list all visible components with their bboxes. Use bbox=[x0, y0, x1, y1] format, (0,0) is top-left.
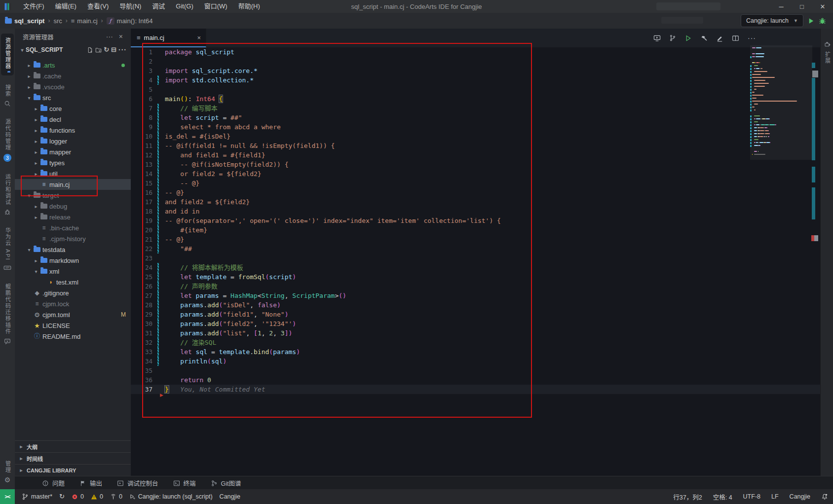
tree-item-test.xml[interactable]: ◗test.xml bbox=[15, 277, 131, 288]
git-branch-icon[interactable] bbox=[669, 35, 676, 41]
status-UTF-8[interactable]: UTF-8 bbox=[743, 493, 760, 500]
new-file-icon[interactable] bbox=[87, 47, 93, 53]
activity-item-华为云 API[interactable]: 华为云 APIAPI bbox=[1, 223, 14, 275]
breadcrumb-item[interactable]: main.cj bbox=[77, 17, 97, 25]
status-行37，列2[interactable]: 行37，列2 bbox=[673, 492, 702, 502]
menu-调试[interactable]: 调试 bbox=[147, 0, 170, 13]
tree-item-functions[interactable]: ▸functions bbox=[15, 125, 131, 136]
panel-tab-问题[interactable]: 问题 bbox=[42, 478, 65, 488]
tree-item-logger[interactable]: ▸logger bbox=[15, 136, 131, 146]
status-0[interactable]: 0 bbox=[72, 493, 84, 500]
panel-tab-调试控制台[interactable]: 调试控制台 bbox=[117, 478, 158, 488]
build-hammer-icon[interactable] bbox=[700, 35, 708, 42]
run-button[interactable] bbox=[807, 17, 815, 25]
line-number: 7 bbox=[131, 104, 157, 113]
status-bell[interactable] bbox=[821, 493, 828, 500]
close-tab-icon[interactable]: × bbox=[197, 34, 201, 41]
panel-tab-Git图谱[interactable]: Git图谱 bbox=[211, 478, 241, 488]
tree-item-.cjpm-history[interactable]: ≡.cjpm-history bbox=[15, 233, 131, 244]
status-LF[interactable]: LF bbox=[771, 493, 779, 500]
section-时间线[interactable]: ▸时间线 bbox=[15, 452, 131, 464]
tree-item-.cache[interactable]: ▸.cache bbox=[15, 71, 131, 81]
tree-item-types[interactable]: ▸types bbox=[15, 157, 131, 168]
more-icon[interactable]: ··· bbox=[103, 33, 116, 40]
new-folder-icon[interactable] bbox=[95, 47, 102, 53]
tree-item-main.cj[interactable]: ≡main.cj bbox=[15, 179, 131, 190]
remote-indicator[interactable]: >< bbox=[0, 489, 15, 504]
launch-config-dropdown[interactable]: Cangjie: launch ▼ bbox=[741, 14, 803, 27]
minimap-change-mark bbox=[750, 104, 752, 106]
chat-icon bbox=[4, 338, 11, 345]
tree-item-.arts[interactable]: ▸.arts bbox=[15, 60, 131, 71]
section-CANGJIE LIBRARY[interactable]: ▸CANGJIE LIBRARY bbox=[15, 464, 131, 476]
menu-文件F[interactable]: 文件(F) bbox=[18, 0, 50, 13]
overview-thumb[interactable] bbox=[812, 71, 818, 77]
menu-查看V[interactable]: 查看(V) bbox=[82, 0, 114, 13]
right-bar-扩展[interactable]: 扩展 bbox=[821, 34, 833, 67]
panel-tab-终端[interactable]: 终端 bbox=[173, 478, 196, 488]
section-大纲[interactable]: ▸大纲 bbox=[15, 440, 131, 452]
tree-item-src[interactable]: ▾src bbox=[15, 92, 131, 103]
play-icon[interactable] bbox=[684, 35, 692, 42]
status-Cangjie[interactable]: Cangjie bbox=[220, 493, 240, 500]
status-0[interactable]: 0 bbox=[110, 493, 122, 500]
tree-item-core[interactable]: ▸core bbox=[15, 103, 131, 114]
activity-item-管理[interactable]: 管理⚙ bbox=[1, 457, 14, 486]
breadcrumb-item[interactable]: main(): Int64 bbox=[117, 17, 153, 25]
minimap[interactable] bbox=[752, 47, 810, 157]
right-activity-bar: 扩展 bbox=[820, 29, 833, 476]
tree-item-markdown[interactable]: ▸markdown bbox=[15, 255, 131, 266]
breadcrumb-item[interactable]: src bbox=[53, 17, 62, 25]
close-icon[interactable]: × bbox=[116, 33, 126, 40]
tree-item-cjpm.toml[interactable]: ⚙cjpm.tomlM bbox=[15, 309, 131, 320]
close-button[interactable]: ✕ bbox=[812, 0, 833, 13]
code-text: // 声明参数 bbox=[165, 282, 218, 291]
panel-tab-输出[interactable]: 输出 bbox=[79, 478, 102, 488]
edit-pencil-icon[interactable] bbox=[716, 35, 723, 42]
minimap-line bbox=[752, 107, 810, 108]
code-line-12: 12 and field1 = #{field1} bbox=[131, 150, 820, 160]
tree-item-mapper[interactable]: ▸mapper bbox=[15, 146, 131, 157]
run-panel-icon[interactable] bbox=[653, 35, 661, 42]
activity-item-运行和调试[interactable]: 运行和调试 bbox=[1, 170, 14, 218]
more-icon[interactable]: ··· bbox=[118, 50, 127, 50]
tree-item-target[interactable]: ▾target bbox=[15, 190, 131, 201]
menu-导航N[interactable]: 导航(N) bbox=[114, 0, 147, 13]
activity-item-资源管理器[interactable]: 资源管理器 bbox=[1, 34, 14, 75]
window-controls: ─ □ ✕ bbox=[771, 0, 833, 13]
right-bar-label: 扩展 bbox=[825, 51, 830, 64]
tree-item-util[interactable]: ▸util bbox=[15, 168, 131, 179]
tree-item-cjpm.lock[interactable]: ≡cjpm.lock bbox=[15, 298, 131, 309]
status-Cangjie: launch (sql_script)[interactable]: Cangjie: launch (sql_script) bbox=[129, 493, 213, 500]
tree-item-.vscode[interactable]: ▸.vscode bbox=[15, 81, 131, 92]
activity-item-鲲鹏代码迁移插件[interactable]: 鲲鹏代码迁移插件 bbox=[1, 280, 14, 348]
split-editor-icon[interactable] bbox=[732, 35, 739, 42]
tree-item-xml[interactable]: ▾xml bbox=[15, 266, 131, 277]
code-editor[interactable]: 1package sql_script23import sql_script.c… bbox=[131, 47, 820, 394]
tree-item-LICENSE[interactable]: ★LICENSE bbox=[15, 320, 131, 331]
debug-button[interactable] bbox=[819, 17, 826, 25]
menu-GitG[interactable]: Git(G) bbox=[170, 0, 198, 13]
status-0[interactable]: 0 bbox=[91, 493, 103, 500]
tree-item-README.md[interactable]: ⓘREADME.md bbox=[15, 331, 131, 342]
tree-item-decl[interactable]: ▸decl bbox=[15, 114, 131, 125]
tree-item-debug[interactable]: ▸debug bbox=[15, 201, 131, 212]
breadcrumb-item[interactable]: sql_script bbox=[14, 17, 44, 25]
menu-编辑E[interactable]: 编辑(E) bbox=[50, 0, 82, 13]
tab-main-cj[interactable]: ≡ main.cj × bbox=[131, 29, 206, 47]
menu-帮助H[interactable]: 帮助(H) bbox=[233, 0, 265, 13]
ide-window: 文件(F)编辑(E)查看(V)导航(N)调试Git(G)窗口(W)帮助(H) s… bbox=[0, 0, 833, 504]
tree-item-release[interactable]: ▸release bbox=[15, 212, 131, 222]
status-空格: 4[interactable]: 空格: 4 bbox=[713, 492, 732, 502]
status-Cangjie[interactable]: Cangjie bbox=[790, 493, 810, 500]
activity-item-源代码管理[interactable]: 源代码管理3 bbox=[1, 115, 14, 165]
menu-窗口W[interactable]: 窗口(W) bbox=[199, 0, 233, 13]
status-master*[interactable]: master* bbox=[22, 493, 52, 500]
tree-item-.gitignore[interactable]: ◆.gitignore bbox=[15, 288, 131, 298]
tree-item-.bin-cache[interactable]: ≡.bin-cache bbox=[15, 222, 131, 233]
activity-item-搜索[interactable]: 搜索 bbox=[1, 80, 14, 110]
minimize-button[interactable]: ─ bbox=[771, 0, 792, 13]
project-root-row[interactable]: ▾ SQL_SCRIPT ↻⊟··· bbox=[15, 44, 131, 55]
maximize-button[interactable]: □ bbox=[792, 0, 812, 13]
tree-item-testdata[interactable]: ▾testdata bbox=[15, 244, 131, 255]
